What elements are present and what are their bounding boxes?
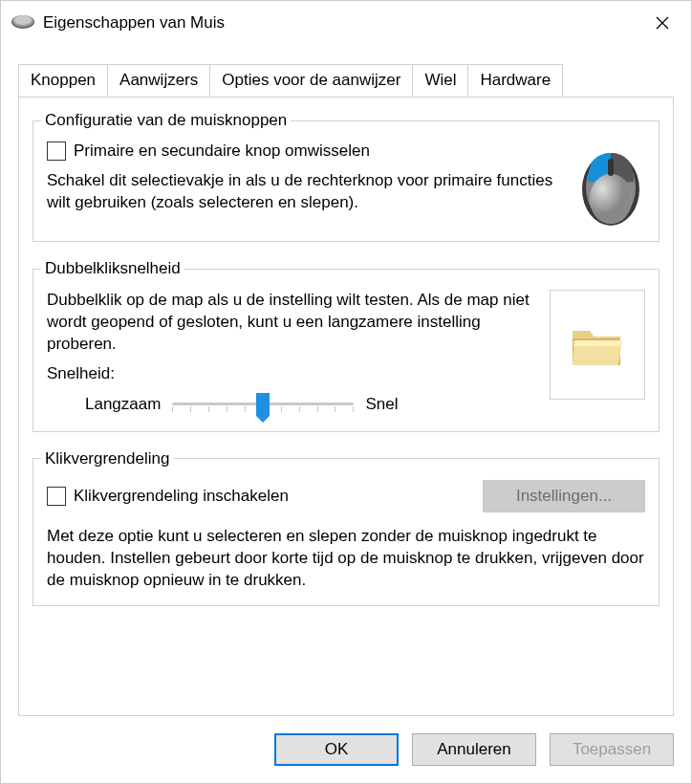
group-button-config: Configuratie van de muisknoppen Primaire… — [32, 111, 660, 242]
swap-buttons-description: Schakel dit selectievakje in als u de re… — [47, 170, 557, 214]
swap-buttons-checkbox[interactable] — [47, 142, 66, 161]
group-button-config-legend: Configuratie van de muisknoppen — [41, 111, 291, 130]
dialog-button-bar: OK Annuleren Toepassen — [1, 733, 691, 783]
window-title: Eigenschappen van Muis — [43, 13, 643, 33]
tab-strip: Knoppen Aanwijzers Opties voor de aanwij… — [1, 64, 691, 97]
titlebar: Eigenschappen van Muis — [1, 1, 691, 43]
mouse-illustration — [576, 142, 645, 228]
swap-buttons-label: Primaire en secundaire knop omwisselen — [74, 142, 370, 161]
group-clicklock-legend: Klikvergrendeling — [41, 449, 173, 468]
clicklock-checkbox[interactable] — [47, 487, 66, 506]
clicklock-description: Met deze optie kunt u selecteren en slep… — [47, 526, 645, 592]
tab-wiel[interactable]: Wiel — [412, 64, 468, 96]
apply-button: Toepassen — [550, 733, 674, 766]
mouse-icon — [11, 13, 35, 33]
svg-point-8 — [590, 174, 632, 224]
clicklock-settings-button: Instellingen... — [483, 480, 645, 512]
svg-point-2 — [14, 15, 32, 25]
tab-panel-knoppen: Configuratie van de muisknoppen Primaire… — [18, 97, 674, 716]
slow-label: Langzaam — [85, 395, 161, 414]
tab-hardware[interactable]: Hardware — [467, 64, 563, 96]
close-icon — [656, 16, 669, 30]
folder-icon — [569, 321, 626, 369]
doubleclick-description: Dubbelklik op de map als u de instelling… — [47, 290, 530, 356]
close-button[interactable] — [643, 9, 681, 37]
mouse-properties-dialog: Eigenschappen van Muis Knoppen Aanwijzer… — [0, 0, 692, 784]
slider-thumb[interactable] — [256, 393, 270, 416]
svg-rect-9 — [608, 159, 614, 176]
fast-label: Snel — [365, 395, 398, 414]
tab-aanwijzers[interactable]: Aanwijzers — [107, 64, 210, 96]
ok-button[interactable]: OK — [274, 733, 399, 766]
doubleclick-test-area[interactable] — [550, 290, 645, 400]
doubleclick-speed-slider[interactable] — [172, 391, 354, 418]
group-doubleclick-legend: Dubbelkliksnelheid — [41, 259, 184, 278]
speed-label: Snelheid: — [47, 363, 530, 385]
group-clicklock: Klikvergrendeling Klikvergrendeling insc… — [32, 449, 660, 606]
clicklock-label: Klikvergrendeling inschakelen — [74, 487, 289, 506]
tab-knoppen[interactable]: Knoppen — [18, 64, 108, 97]
cancel-button[interactable]: Annuleren — [412, 733, 536, 766]
tab-opties-aanwijzer[interactable]: Opties voor de aanwijzer — [209, 64, 413, 96]
group-doubleclick-speed: Dubbelkliksnelheid Dubbelklik op de map … — [32, 259, 660, 432]
